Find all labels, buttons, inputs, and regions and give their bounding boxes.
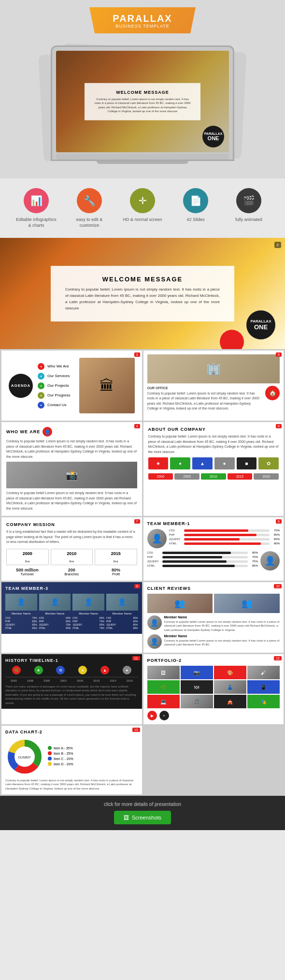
datachart-text: Contrary to popular belief. Lorem ipsum …	[5, 778, 138, 790]
stat-turnover-num: 500 million	[6, 568, 48, 572]
screenshots-button[interactable]: 🖼 Screenshots	[114, 811, 171, 824]
about-icon-row: ★ ♦ ▲ ● ■ ✿	[148, 457, 279, 469]
agenda-dot-who: ●	[38, 363, 44, 370]
year-box-2000: 2000Era	[6, 549, 49, 565]
skill2-html-label: HTML	[147, 564, 161, 567]
agenda-label: AGENDA	[11, 383, 31, 388]
team1-member-row-2: CSS 80% PHP 70% JQUERY	[147, 551, 280, 570]
hero-badge-text: PARALLAX	[251, 319, 271, 324]
donut-svg: DUMMY	[5, 737, 44, 776]
year-1990: 1990	[10, 679, 16, 682]
agenda-content: AGENDA ● Who We Are ● Our Services ● Our…	[1, 351, 142, 421]
year-2015: 2015	[97, 551, 135, 556]
team3-skill-css-1: CSS75%	[5, 616, 37, 619]
skill2-php-bar	[162, 556, 248, 558]
office-content: 🏢 OUR OFFICE Contrary to popular belief.…	[143, 351, 284, 415]
laptop-badge-text: PARALLAX	[204, 132, 223, 136]
mission-slide: 7 COMPANY MISSION It is a long establish…	[1, 517, 142, 581]
laptop-screen-overlay: WELCOME MESSAGE Contrary to popular beli…	[85, 83, 200, 120]
datachart-content: DATA CHART-2 DUMMY	[1, 726, 142, 794]
skill2-html-fill	[162, 565, 235, 567]
office-bottom: OUR OFFICE Contrary to popular belief. L…	[147, 386, 280, 411]
review-items: 👤 Member Name Contrary to popular belief…	[147, 615, 280, 649]
portfolio-item-3: 🎨	[214, 666, 246, 679]
laptop-stand	[97, 161, 188, 164]
year-2000: 2000	[9, 551, 46, 556]
hero-content: WELCOME MESSAGE Contrary to popular beli…	[51, 266, 234, 321]
review-name-2: Member Name	[164, 634, 280, 638]
agenda-photo: 🏛	[79, 358, 135, 413]
history-icons-row: 🌿 ★ ⚙ ♦ ▲ ●	[5, 666, 138, 674]
portfolio-content: PORTFOLIO-2 🖼 📷 🎨 🖌 🌿 🍽 👗 📱 💻 🎵 🎪 🎭 ▶ +	[143, 654, 284, 724]
feature-icon-animated: 🎬	[236, 188, 261, 213]
about-title: ABOUT OUR COMPANY	[148, 427, 279, 432]
legend-label-b: Item B - 25%	[54, 752, 73, 755]
skill-html: HTML 90%	[169, 542, 280, 545]
stat-profit: 80% Profit	[95, 568, 137, 576]
skill-jquery: JQUERY 65%	[169, 538, 280, 541]
mission-year-boxes: 2000Era 2010Era 2015Era	[6, 549, 137, 565]
feature-icon-slides: 📄	[183, 188, 208, 213]
screenshots-icon: 🖼	[124, 815, 129, 820]
team3-skill-jquery-2: JQUERY70%	[39, 623, 71, 626]
legend-label-a: Item A - 35%	[54, 746, 73, 750]
about-slide: 6 ABOUT OUR COMPANY Contrary to popular …	[143, 422, 284, 516]
feature-item-animated: 🎬 fully animated	[227, 188, 271, 228]
portfolio-item-1: 🖼	[147, 666, 180, 679]
team3-name-1: Member Name	[5, 612, 37, 615]
stat-profit-num: 80%	[95, 568, 137, 572]
datachart-slide-num: 13	[132, 728, 140, 732]
skill-css-bar	[184, 529, 270, 532]
skill-php-bar	[184, 534, 270, 536]
bottom-click-text: click for more details of presentation	[10, 802, 275, 807]
skill-html-bar	[184, 542, 270, 545]
team1-skills: CSS 75% PHP 85% JQUERY	[169, 529, 280, 546]
header-section: PARALLAX BUSINESS TEMPLATE	[0, 0, 285, 36]
donut-center-text: DUMMY	[18, 756, 31, 759]
office-body: Contrary to popular belief. Lorem ipsum …	[147, 392, 259, 410]
skill2-jquery-label: JQUERY	[147, 560, 161, 563]
feature-item-infographics: 📊 Editable infographics & charts	[14, 188, 58, 228]
year-2003: 2003	[60, 679, 66, 682]
client-photos-grid: 👥 👥	[147, 594, 280, 613]
history-slide-num: 11	[132, 656, 140, 660]
donut-chart-area: DUMMY Item A - 35% Item B - 25% Item C -	[5, 737, 138, 776]
team3-skill-jquery-4: JQUERY80%	[106, 623, 138, 626]
office-title: OUR OFFICE	[147, 386, 168, 390]
agenda-item-progress: ● Our Progress	[38, 392, 74, 399]
team3-member-4: 👤 Member Name CSS90% PHP65% JQUERY80% HT…	[106, 594, 138, 630]
stat-turnover: 500 million Turnover	[6, 568, 48, 576]
team3-skill-html-2: HTML95%	[39, 627, 71, 629]
history-icon-5: ▲	[100, 666, 109, 674]
mission-content: COMPANY MISSION It is a long established…	[1, 517, 142, 581]
review-content-2: Contrary to popular belief Lorem ipsum i…	[164, 639, 280, 647]
skill2-css: CSS 80%	[147, 551, 258, 554]
feature-label-slides: 42 Slides	[186, 217, 204, 223]
hero-badge: PARALLAX ONE	[246, 310, 275, 339]
stat-branches: 200 Branches	[51, 568, 93, 576]
skill-jquery-bar	[184, 538, 270, 541]
history-note: There are many variations of passages of…	[5, 685, 138, 705]
skill-jquery-fill	[184, 538, 240, 541]
about-icon-5: ■	[237, 457, 257, 469]
mission-title: COMPANY MISSION	[6, 522, 137, 527]
team1-slide-num: 8	[276, 519, 282, 524]
agenda-item-label-contact: Contact Us	[47, 403, 67, 407]
who-person-icon: 👤	[43, 427, 52, 437]
agenda-slide-num: 3	[134, 352, 140, 357]
team3-member-2: 👤 Member Name CSS60% PHP85% JQUERY70% HT…	[39, 594, 71, 630]
feature-icon-edit: 🔧	[77, 188, 102, 213]
history-content: HISTORY TIMELINE-1 🌿 ★ ⚙ ♦ ▲ ● 1990 1998…	[1, 654, 142, 709]
portfolio-title: PORTFOLIO-2	[147, 658, 280, 663]
skill2-jquery-fill	[162, 560, 227, 563]
team3-skill-jquery-3: JQUERY85%	[72, 623, 104, 626]
skill2-css-pct: 80%	[249, 551, 258, 554]
team3-photo-3: 👤	[72, 594, 104, 611]
team1-title: TEAM MEMBER-1	[147, 521, 280, 526]
skill-jquery-pct: 65%	[271, 538, 280, 541]
skill2-php-pct: 70%	[249, 556, 258, 558]
feature-icon-infographics: 📊	[24, 188, 49, 213]
office-slide: 5 🏢 OUR OFFICE Contrary to popular belie…	[143, 351, 284, 421]
skill2-css-bar	[162, 552, 248, 554]
agenda-slide: 3 AGENDA ● Who We Are ● Our Services ●	[1, 351, 142, 421]
